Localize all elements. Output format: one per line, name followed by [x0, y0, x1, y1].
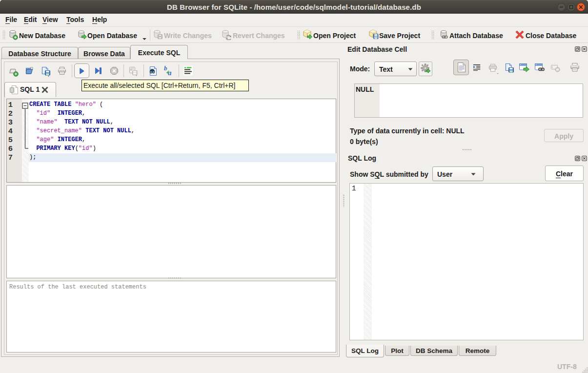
svg-text:b: b	[164, 65, 167, 72]
